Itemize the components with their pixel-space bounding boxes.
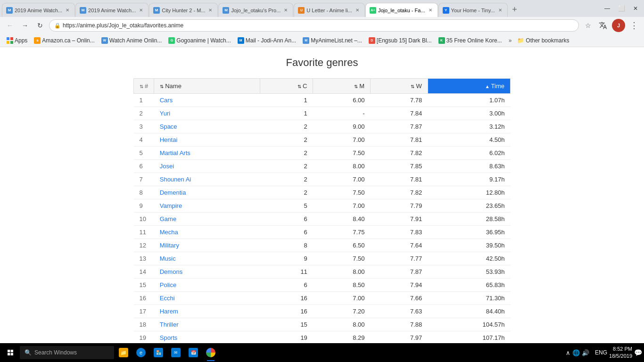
genre-link[interactable]: Ecchi — [160, 295, 175, 302]
tab-6-close[interactable]: ✕ — [427, 7, 434, 14]
cell-name[interactable]: Vampire — [154, 199, 260, 213]
reload-button[interactable]: ↻ — [34, 19, 46, 32]
minimize-button[interactable]: — — [601, 2, 614, 15]
bookmark-amazon[interactable]: a Amazon.ca – Onlin... — [31, 36, 97, 45]
time-display[interactable]: 8:52 PM 18/5/2019 — [609, 346, 632, 360]
tab-1-close[interactable]: ✕ — [64, 7, 71, 14]
menu-button[interactable]: ⋮ — [628, 19, 640, 32]
start-button[interactable] — [2, 344, 19, 361]
bookmark-dark[interactable]: D [Engsub 15] Dark Bl... — [366, 36, 435, 45]
cell-name[interactable]: Martial Arts — [154, 147, 260, 160]
tab-2[interactable]: M 2019 Anime Watch... ✕ — [75, 3, 149, 17]
genre-link[interactable]: Shounen Ai — [160, 176, 191, 183]
up-arrow-icon[interactable]: ∧ — [566, 349, 570, 356]
bookmark-anime[interactable]: W Watch Anime Onlin... — [99, 36, 165, 45]
notification-icon[interactable]: 💬 — [634, 349, 642, 356]
col-rank[interactable]: ⇅# — [134, 79, 154, 94]
cell-name[interactable]: Cars — [154, 94, 260, 107]
cell-name[interactable]: Harem — [154, 305, 260, 318]
profile-button[interactable]: J — [612, 19, 625, 32]
cell-rank: 16 — [134, 292, 154, 305]
genre-link[interactable]: Mecha — [160, 229, 178, 236]
genre-link[interactable]: Vampire — [160, 202, 182, 209]
cell-time: 53.93h — [428, 265, 510, 279]
genre-link[interactable]: Demons — [160, 268, 182, 275]
cell-time: 9.17h — [428, 173, 510, 186]
genre-link[interactable]: Police — [160, 281, 176, 288]
network-icon[interactable]: 🌐 — [572, 349, 580, 356]
bookmark-more-button[interactable]: » — [507, 36, 514, 45]
genre-link[interactable]: Harem — [160, 308, 178, 315]
genre-link[interactable]: Space — [160, 123, 177, 130]
cell-name[interactable]: Ecchi — [154, 292, 260, 305]
taskbar-file-explorer[interactable]: 📁 — [115, 344, 132, 361]
genre-link[interactable]: Cars — [160, 97, 173, 104]
other-bookmarks[interactable]: 📁 Other bookmarks — [514, 36, 572, 45]
tab-3-close[interactable]: ✕ — [207, 7, 214, 14]
bookmark-gogoanime[interactable]: G Gogoanime | Watch... — [165, 36, 233, 45]
col-m[interactable]: ⇅M — [313, 79, 371, 94]
genre-link[interactable]: Thriller — [160, 321, 179, 328]
cell-name[interactable]: Yuri — [154, 107, 260, 120]
restore-button[interactable]: ⬜ — [615, 2, 628, 15]
tab-3[interactable]: M City Hunter 2 - M... ✕ — [149, 3, 218, 17]
taskbar-calendar[interactable]: 📅 — [185, 344, 202, 361]
genre-link[interactable]: Dementia — [160, 189, 186, 196]
tab-2-close[interactable]: ✕ — [138, 7, 144, 14]
back-button[interactable]: ← — [4, 19, 16, 32]
col-time[interactable]: ▲Time — [428, 79, 510, 94]
cell-name[interactable]: Mecha — [154, 226, 260, 239]
tab-7[interactable]: Y Your Home - Tiny... ✕ — [438, 3, 508, 17]
genre-link[interactable]: Military — [160, 242, 179, 249]
cell-name[interactable]: Sports — [154, 331, 260, 344]
cell-w: 7.66 — [371, 292, 428, 305]
cell-name[interactable]: Hentai — [154, 133, 260, 147]
close-button[interactable]: ✕ — [629, 2, 642, 15]
tab-5[interactable]: U U Letter - Anime li... ✕ — [294, 3, 365, 17]
address-bar[interactable]: 🔒 https://anime.plus/Jojo_le_otaku/favor… — [49, 19, 579, 32]
bookmark-mal[interactable]: M MyAnimeList.net –... — [300, 36, 365, 45]
tab-7-close[interactable]: ✕ — [497, 7, 504, 14]
cell-name[interactable]: Josei — [154, 160, 260, 173]
bookmark-star-button[interactable]: ☆ — [582, 19, 594, 32]
genre-link[interactable]: Yuri — [160, 110, 170, 117]
genre-link[interactable]: Hentai — [160, 136, 178, 143]
col-name[interactable]: ⇅Name — [154, 79, 260, 94]
time-sort-icon: ▲ — [485, 84, 490, 89]
forward-button[interactable]: → — [19, 19, 31, 32]
genre-link[interactable]: Music — [160, 255, 176, 262]
taskbar-edge[interactable]: e — [132, 344, 149, 361]
cell-name[interactable]: Dementia — [154, 186, 260, 199]
apps-bookmark[interactable]: Apps — [4, 36, 30, 45]
bookmark-korean[interactable]: K 35 Free Online Kore... — [436, 36, 505, 45]
new-tab-button[interactable]: + — [508, 3, 521, 16]
cell-name[interactable]: Police — [154, 279, 260, 292]
cell-name[interactable]: Space — [154, 120, 260, 133]
tab-4[interactable]: M Jojo_le_otaku's Pro... ✕ — [218, 3, 293, 17]
tab-4-close[interactable]: ✕ — [282, 7, 289, 14]
cell-name[interactable]: Music — [154, 252, 260, 265]
genre-link[interactable]: Martial Arts — [160, 149, 190, 156]
taskbar-chrome[interactable] — [202, 344, 219, 361]
cell-name[interactable]: Shounen Ai — [154, 173, 260, 186]
cell-name[interactable]: Thriller — [154, 318, 260, 331]
genre-link[interactable]: Sports — [160, 334, 178, 341]
cell-name[interactable]: Demons — [154, 265, 260, 279]
cell-name[interactable]: Military — [154, 239, 260, 252]
rank-sort-icon: ⇅ — [140, 84, 143, 89]
cell-name[interactable]: Game — [154, 213, 260, 226]
tab-1[interactable]: M 2019 Anime Watch... ✕ — [2, 3, 75, 17]
tab-6[interactable]: A+ Jojo_le_otaku - Fa... ✕ — [365, 3, 438, 17]
genre-link[interactable]: Game — [160, 215, 176, 222]
table-row: 16 Ecchi 16 7.00 7.66 71.30h — [134, 292, 511, 305]
taskbar-store[interactable]: 🏪 — [150, 344, 167, 361]
translate-button[interactable] — [597, 19, 609, 32]
volume-icon[interactable]: 🔊 — [582, 349, 589, 356]
col-c[interactable]: ⇅C — [260, 79, 313, 94]
col-w[interactable]: ⇅W — [371, 79, 428, 94]
bookmark-mail[interactable]: M Mail - Jodi-Ann An... — [235, 36, 299, 45]
taskbar-search[interactable]: 🔍 Search Windows — [20, 346, 114, 359]
tab-5-close[interactable]: ✕ — [354, 7, 361, 14]
taskbar-mail[interactable]: ✉ — [167, 344, 184, 361]
genre-link[interactable]: Josei — [160, 163, 174, 170]
